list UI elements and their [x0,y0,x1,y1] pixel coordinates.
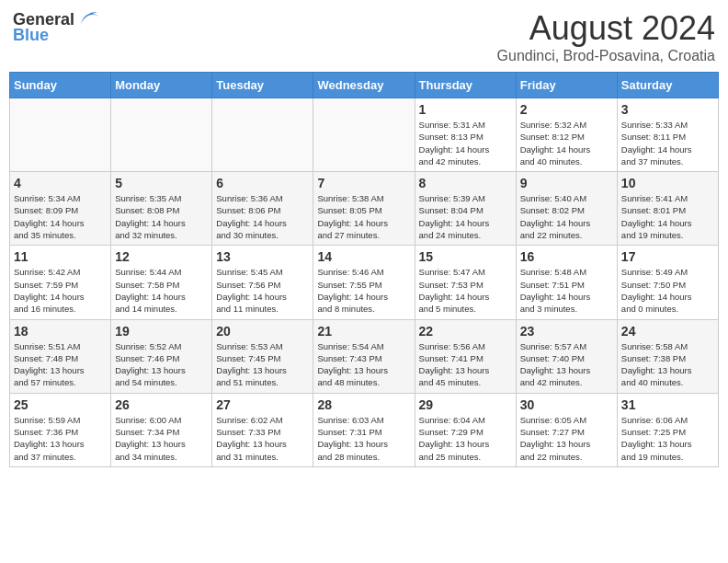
calendar-cell: 18Sunrise: 5:51 AMSunset: 7:48 PMDayligh… [10,319,111,393]
day-info: Sunrise: 5:41 AMSunset: 8:01 PMDaylight:… [621,192,714,241]
day-number: 22 [419,324,512,339]
calendar-cell: 21Sunrise: 5:54 AMSunset: 7:43 PMDayligh… [313,319,415,393]
day-number: 14 [317,249,410,264]
calendar-cell: 11Sunrise: 5:42 AMSunset: 7:59 PMDayligh… [10,246,111,319]
day-number: 27 [216,397,309,412]
day-info: Sunrise: 5:48 AMSunset: 7:51 PMDaylight:… [520,266,613,315]
calendar-week-5: 25Sunrise: 5:59 AMSunset: 7:36 PMDayligh… [10,393,719,466]
calendar-cell: 3Sunrise: 5:33 AMSunset: 8:11 PMDaylight… [617,98,718,172]
day-number: 16 [520,249,613,264]
calendar-cell: 15Sunrise: 5:47 AMSunset: 7:53 PMDayligh… [415,246,516,319]
day-info: Sunrise: 5:58 AMSunset: 7:38 PMDaylight:… [621,340,714,389]
header-thursday: Thursday [415,73,516,98]
day-info: Sunrise: 5:35 AMSunset: 8:08 PMDaylight:… [115,192,208,241]
calendar-cell: 9Sunrise: 5:40 AMSunset: 8:02 PMDaylight… [516,172,617,246]
day-info: Sunrise: 5:45 AMSunset: 7:56 PMDaylight:… [216,266,309,315]
day-number: 18 [14,324,107,339]
logo-bird-icon [76,9,102,29]
logo-blue-text: Blue [13,26,49,45]
calendar-subtitle: Gundinci, Brod-Posavina, Croatia [497,48,715,64]
calendar-cell: 14Sunrise: 5:46 AMSunset: 7:55 PMDayligh… [313,246,415,319]
header-sunday: Sunday [10,73,111,98]
day-info: Sunrise: 5:42 AMSunset: 7:59 PMDaylight:… [14,266,107,315]
calendar-cell: 13Sunrise: 5:45 AMSunset: 7:56 PMDayligh… [212,246,313,319]
day-number: 7 [317,176,410,190]
day-info: Sunrise: 5:34 AMSunset: 8:09 PMDaylight:… [14,192,107,241]
calendar-cell: 28Sunrise: 6:03 AMSunset: 7:31 PMDayligh… [313,393,415,466]
day-number: 15 [419,249,512,264]
day-number: 3 [621,102,714,117]
day-info: Sunrise: 5:44 AMSunset: 7:58 PMDaylight:… [115,266,208,315]
header-wednesday: Wednesday [313,73,415,98]
day-info: Sunrise: 5:49 AMSunset: 7:50 PMDaylight:… [621,266,714,315]
day-info: Sunrise: 5:47 AMSunset: 7:53 PMDaylight:… [419,266,512,315]
day-info: Sunrise: 5:53 AMSunset: 7:45 PMDaylight:… [216,340,309,389]
calendar-cell [10,98,111,172]
calendar-cell: 19Sunrise: 5:52 AMSunset: 7:46 PMDayligh… [111,319,212,393]
calendar-cell [111,98,212,172]
page-header: General Blue August 2024 Gundinci, Brod-… [9,9,719,64]
day-number: 9 [520,176,613,190]
day-info: Sunrise: 6:00 AMSunset: 7:34 PMDaylight:… [115,414,208,463]
calendar-cell: 23Sunrise: 5:57 AMSunset: 7:40 PMDayligh… [516,319,617,393]
day-info: Sunrise: 5:39 AMSunset: 8:04 PMDaylight:… [419,192,512,241]
day-info: Sunrise: 5:54 AMSunset: 7:43 PMDaylight:… [317,340,410,389]
day-number: 12 [115,249,208,264]
header-tuesday: Tuesday [212,73,313,98]
calendar-week-4: 18Sunrise: 5:51 AMSunset: 7:48 PMDayligh… [10,319,719,393]
calendar-cell: 17Sunrise: 5:49 AMSunset: 7:50 PMDayligh… [617,246,718,319]
day-info: Sunrise: 6:05 AMSunset: 7:27 PMDaylight:… [520,414,613,463]
calendar-cell: 5Sunrise: 5:35 AMSunset: 8:08 PMDaylight… [111,172,212,246]
day-info: Sunrise: 5:57 AMSunset: 7:40 PMDaylight:… [520,340,613,389]
day-info: Sunrise: 6:02 AMSunset: 7:33 PMDaylight:… [216,414,309,463]
calendar-cell: 6Sunrise: 5:36 AMSunset: 8:06 PMDaylight… [212,172,313,246]
calendar-cell: 2Sunrise: 5:32 AMSunset: 8:12 PMDaylight… [516,98,617,172]
calendar-cell: 12Sunrise: 5:44 AMSunset: 7:58 PMDayligh… [111,246,212,319]
day-number: 24 [621,324,714,339]
day-number: 4 [14,176,107,190]
calendar-cell: 4Sunrise: 5:34 AMSunset: 8:09 PMDaylight… [10,172,111,246]
day-number: 31 [621,397,714,412]
calendar-cell: 22Sunrise: 5:56 AMSunset: 7:41 PMDayligh… [415,319,516,393]
calendar-header-row: Sunday Monday Tuesday Wednesday Thursday… [10,73,719,98]
day-number: 1 [419,102,512,117]
calendar-week-3: 11Sunrise: 5:42 AMSunset: 7:59 PMDayligh… [10,246,719,319]
day-number: 17 [621,249,714,264]
day-info: Sunrise: 5:52 AMSunset: 7:46 PMDaylight:… [115,340,208,389]
day-info: Sunrise: 5:33 AMSunset: 8:11 PMDaylight:… [621,119,714,167]
calendar-cell: 27Sunrise: 6:02 AMSunset: 7:33 PMDayligh… [212,393,313,466]
day-info: Sunrise: 5:36 AMSunset: 8:06 PMDaylight:… [216,192,309,241]
calendar-cell: 16Sunrise: 5:48 AMSunset: 7:51 PMDayligh… [516,246,617,319]
header-monday: Monday [111,73,212,98]
day-number: 30 [520,397,613,412]
day-info: Sunrise: 5:38 AMSunset: 8:05 PMDaylight:… [317,192,410,241]
day-number: 23 [520,324,613,339]
day-number: 26 [115,397,208,412]
day-info: Sunrise: 5:46 AMSunset: 7:55 PMDaylight:… [317,266,410,315]
calendar-header: August 2024 Gundinci, Brod-Posavina, Cro… [497,9,715,64]
calendar-cell: 25Sunrise: 5:59 AMSunset: 7:36 PMDayligh… [10,393,111,466]
day-info: Sunrise: 6:04 AMSunset: 7:29 PMDaylight:… [419,414,512,463]
day-number: 25 [14,397,107,412]
day-info: Sunrise: 5:56 AMSunset: 7:41 PMDaylight:… [419,340,512,389]
day-info: Sunrise: 5:51 AMSunset: 7:48 PMDaylight:… [14,340,107,389]
day-number: 21 [317,324,410,339]
day-info: Sunrise: 6:06 AMSunset: 7:25 PMDaylight:… [621,414,714,463]
calendar-cell: 7Sunrise: 5:38 AMSunset: 8:05 PMDaylight… [313,172,415,246]
day-info: Sunrise: 5:31 AMSunset: 8:13 PMDaylight:… [419,119,512,167]
calendar-cell: 29Sunrise: 6:04 AMSunset: 7:29 PMDayligh… [415,393,516,466]
calendar-cell: 26Sunrise: 6:00 AMSunset: 7:34 PMDayligh… [111,393,212,466]
day-info: Sunrise: 5:32 AMSunset: 8:12 PMDaylight:… [520,119,613,167]
day-number: 5 [115,176,208,190]
calendar-cell: 20Sunrise: 5:53 AMSunset: 7:45 PMDayligh… [212,319,313,393]
day-number: 11 [14,249,107,264]
day-number: 13 [216,249,309,264]
header-saturday: Saturday [617,73,718,98]
day-number: 10 [621,176,714,190]
day-number: 6 [216,176,309,190]
calendar-title: August 2024 [497,9,715,48]
calendar-cell: 10Sunrise: 5:41 AMSunset: 8:01 PMDayligh… [617,172,718,246]
calendar-cell: 24Sunrise: 5:58 AMSunset: 7:38 PMDayligh… [617,319,718,393]
logo: General Blue [13,9,102,45]
calendar-cell: 1Sunrise: 5:31 AMSunset: 8:13 PMDaylight… [415,98,516,172]
